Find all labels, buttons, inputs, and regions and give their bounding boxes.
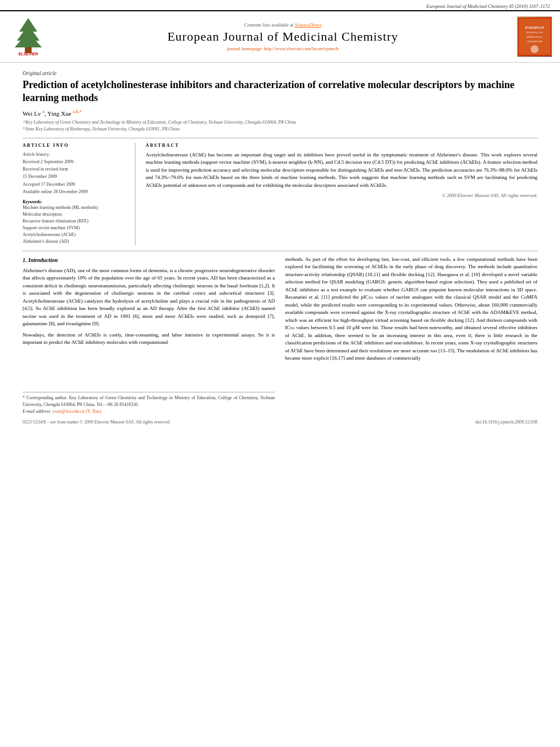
accepted: Accepted 17 December 2009 [23, 181, 127, 187]
journal-ref: European Journal of Medicinal Chemistry … [0, 0, 560, 10]
abstract-text: Acetylcholinesterase (AChE) has become a… [146, 151, 537, 190]
footnote-star: * Corresponding author. Key Laboratory o… [23, 395, 275, 408]
footnote-area: * Corresponding author. Key Laboratory o… [23, 392, 275, 415]
journal-title: European Journal of Medicinal Chemistry [54, 29, 511, 44]
body-section: 1. Introduction Alzheimer's disease (AD)… [23, 256, 537, 415]
authors: Wei Lv a, Ying Xue a,b,* [23, 110, 537, 117]
keywords-section: Keywords: Machine learning methods (ML m… [23, 199, 127, 245]
article-title: Prediction of acetylcholinesterase inhib… [23, 78, 537, 105]
history-label-text: Article history: [23, 152, 50, 157]
journal-center: Contents lists available at ScienceDirec… [54, 22, 511, 51]
keyword-2: Molecular descriptors [23, 211, 127, 218]
article-info-header: ARTICLE INFO [23, 143, 127, 148]
affiliation-b: ᵇ State Key Laboratory of Biotherapy, Si… [23, 126, 537, 132]
divider-2 [23, 251, 537, 251]
intro-para-2: Nowadays, the detection of AChEIs is cos… [23, 331, 275, 347]
footnote-divider [23, 392, 275, 392]
main-content: Original article Prediction of acetylcho… [0, 63, 560, 430]
keyword-5: Acetylcholinesterase (AChE) [23, 231, 127, 238]
history-label: Article history: [23, 151, 127, 158]
received-1: Received 2 September 2009 [23, 159, 127, 165]
sciencedirect-text: Contents lists available at [244, 22, 294, 28]
body-col-left: 1. Introduction Alzheimer's disease (AD)… [23, 256, 275, 415]
footnote-star-text: * Corresponding author. Key Laboratory o… [23, 395, 275, 407]
svg-text:ELSEVIER: ELSEVIER [19, 52, 38, 56]
email-text: yxue@scu.edu.cn (Y. Xue). [53, 409, 102, 414]
keyword-3: Recursive feature elimination (RFE) [23, 218, 127, 225]
email-label: E-mail address: [23, 409, 51, 414]
available: Available online 28 December 2009 [23, 189, 127, 195]
journal-thumbnail: EUROPEAN JOURNAL OF MEDICINAL CHEMISTRY [517, 16, 552, 57]
keywords-label: Keywords: [23, 199, 127, 204]
footer-doi: doi:10.1016/j.ejmech.2009.12.038 [475, 420, 537, 425]
elsevier-logo: ELSEVIER [8, 16, 49, 58]
intro-para-1: Alzheimer's disease (AD), one of the mos… [23, 267, 275, 328]
svg-text:EUROPEAN: EUROPEAN [525, 26, 544, 29]
svg-text:CHEMISTRY: CHEMISTRY [527, 40, 543, 43]
journal-homepage: journal homepage: http://www.elsevier.co… [54, 46, 511, 51]
divider-1 [23, 138, 537, 138]
author-wei-lv: Wei Lv a, Ying Xue a,b, [23, 110, 80, 117]
footer-bar: 0223-5234/$ – see front matter © 2009 El… [23, 420, 537, 425]
original-article-label: Original article [23, 71, 537, 76]
intro-para-right: methods. As part of the effort for devel… [285, 256, 537, 362]
received-2b: 15 December 2009 [23, 173, 127, 180]
sciencedirect-line: Contents lists available at ScienceDirec… [54, 22, 511, 28]
affiliations: ᵃ Key Laboratory of Green Chemistry and … [23, 119, 537, 132]
abstract-header: ABSTRACT [146, 143, 537, 148]
footer-issn: 0223-5234/$ – see front matter © 2009 El… [23, 420, 170, 425]
homepage-text: journal homepage: http://www.elsevier.co… [227, 46, 339, 51]
page-container: European Journal of Medicinal Chemistry … [0, 0, 560, 430]
keyword-4: Support vector machine (SVM) [23, 225, 127, 231]
journal-ref-text: European Journal of Medicinal Chemistry … [426, 3, 550, 9]
article-info-abstract-section: ARTICLE INFO Article history: Received 2… [23, 143, 537, 245]
svg-text:MEDICINAL: MEDICINAL [527, 36, 542, 38]
section1-title: 1. Introduction [23, 256, 275, 264]
svg-text:JOURNAL OF: JOURNAL OF [526, 31, 543, 34]
copyright-line: © 2009 Elsevier Masson SAS. All rights r… [146, 193, 537, 198]
abstract-column: ABSTRACT Acetylcholinesterase (AChE) has… [146, 143, 537, 245]
footnote-email: E-mail address: yxue@scu.edu.cn (Y. Xue)… [23, 408, 275, 415]
sciencedirect-link[interactable]: ScienceDirect [295, 22, 321, 28]
affiliation-a: ᵃ Key Laboratory of Green Chemistry and … [23, 119, 537, 125]
svg-point-12 [531, 45, 539, 53]
keyword-1: Machine learning methods (ML methods) [23, 204, 127, 211]
journal-header: ELSEVIER Contents lists available at Sci… [0, 10, 560, 63]
article-info-column: ARTICLE INFO Article history: Received 2… [23, 143, 135, 245]
received-2: Received in revised form [23, 166, 127, 172]
keyword-6: Alzheimer's disease (AD) [23, 238, 127, 245]
body-col-right: methods. As part of the effort for devel… [285, 256, 537, 415]
